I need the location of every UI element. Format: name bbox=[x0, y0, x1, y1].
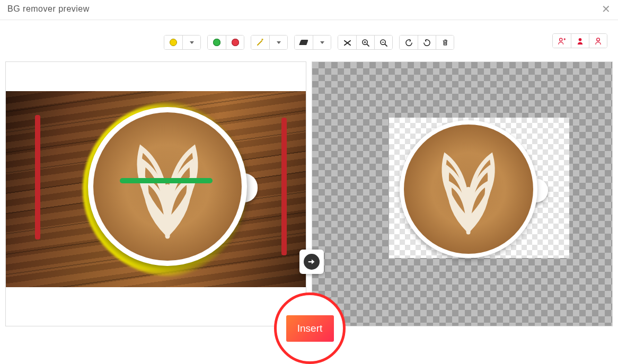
insert-highlight: Insert bbox=[274, 292, 346, 364]
remove-stroke-left bbox=[35, 115, 40, 239]
people-tools bbox=[552, 33, 607, 48]
svg-point-2 bbox=[560, 38, 562, 41]
zoom-in-button[interactable] bbox=[356, 35, 374, 49]
view-group bbox=[338, 35, 393, 50]
shuffle-button[interactable] bbox=[338, 35, 356, 49]
eraser-dropdown[interactable] bbox=[313, 35, 331, 49]
eraser-icon bbox=[299, 40, 308, 45]
person-fill-button[interactable] bbox=[571, 34, 589, 48]
remove-stroke-right bbox=[281, 118, 287, 255]
trash-icon bbox=[442, 39, 449, 47]
zoom-out-button[interactable] bbox=[374, 35, 392, 49]
magic-wand-icon bbox=[256, 38, 264, 47]
keep-remove-group bbox=[207, 35, 244, 50]
result-image bbox=[400, 120, 537, 258]
remove-red-button[interactable] bbox=[226, 35, 244, 49]
toolbar bbox=[164, 35, 454, 50]
add-person-icon bbox=[558, 37, 566, 45]
titlebar: BG remover preview ✕ bbox=[0, 0, 618, 20]
keep-green-button[interactable] bbox=[208, 35, 226, 49]
eraser-group bbox=[294, 35, 331, 50]
chevron-down-icon bbox=[190, 41, 194, 44]
source-image bbox=[6, 91, 306, 287]
toolbar-area bbox=[0, 20, 618, 61]
green-dot-icon bbox=[213, 39, 220, 46]
marker-tool-group bbox=[164, 35, 201, 50]
result-panel[interactable] bbox=[312, 61, 613, 326]
keep-stroke bbox=[120, 178, 213, 183]
add-person-button[interactable] bbox=[553, 34, 571, 48]
wand-dropdown[interactable] bbox=[269, 35, 287, 49]
people-tools-group bbox=[552, 33, 607, 48]
zoom-in-icon bbox=[361, 39, 369, 47]
magic-wand-button[interactable] bbox=[251, 35, 269, 49]
undo-icon bbox=[405, 39, 413, 47]
svg-point-3 bbox=[579, 38, 582, 41]
marker-yellow-button[interactable] bbox=[164, 35, 182, 49]
redo-icon bbox=[423, 39, 431, 47]
close-icon[interactable]: ✕ bbox=[602, 4, 611, 14]
person-icon bbox=[576, 37, 584, 45]
svg-point-4 bbox=[597, 38, 600, 41]
person-outline-button[interactable] bbox=[589, 34, 607, 48]
editor-area bbox=[0, 61, 618, 326]
yellow-dot-icon bbox=[170, 39, 177, 46]
redo-button[interactable] bbox=[418, 35, 436, 49]
undo-button[interactable] bbox=[400, 35, 418, 49]
zoom-out-icon bbox=[379, 39, 387, 47]
shuffle-icon bbox=[343, 39, 351, 47]
eraser-button[interactable] bbox=[295, 35, 313, 49]
chevron-down-icon bbox=[277, 41, 281, 44]
red-dot-icon bbox=[232, 39, 239, 46]
swap-panels-button[interactable] bbox=[299, 250, 324, 274]
window-title: BG remover preview bbox=[7, 4, 90, 14]
arrow-right-circle-icon bbox=[307, 257, 316, 267]
wand-group bbox=[251, 35, 288, 50]
source-panel[interactable] bbox=[5, 61, 306, 326]
trash-button[interactable] bbox=[436, 35, 454, 49]
chevron-down-icon bbox=[320, 41, 324, 44]
marker-dropdown[interactable] bbox=[182, 35, 200, 49]
person-outline-icon bbox=[594, 37, 602, 45]
history-group bbox=[399, 35, 454, 50]
insert-button[interactable]: Insert bbox=[286, 315, 334, 342]
